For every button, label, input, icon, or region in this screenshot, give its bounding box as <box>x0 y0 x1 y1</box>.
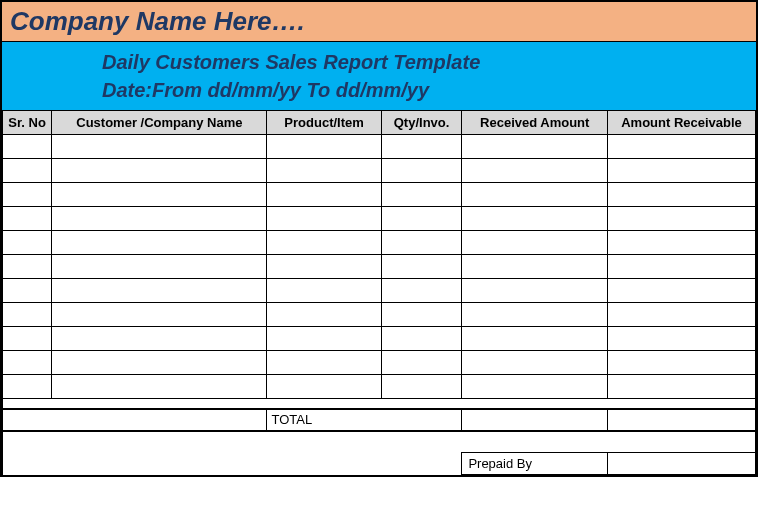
col-customer: Customer /Company Name <box>52 111 267 135</box>
cell-received[interactable] <box>462 279 608 303</box>
prepaid-row: Prepaid By <box>3 453 756 475</box>
cell-product[interactable] <box>267 231 381 255</box>
cell-customer[interactable] <box>52 351 267 375</box>
cell-customer[interactable] <box>52 375 267 399</box>
cell-sr[interactable] <box>3 303 52 327</box>
cell-received[interactable] <box>462 207 608 231</box>
cell-qty[interactable] <box>381 135 462 159</box>
cell-sr[interactable] <box>3 135 52 159</box>
cell-receivable[interactable] <box>608 135 756 159</box>
cell-received[interactable] <box>462 255 608 279</box>
col-product: Product/Item <box>267 111 381 135</box>
cell-received[interactable] <box>462 159 608 183</box>
cell-product[interactable] <box>267 303 381 327</box>
table-row <box>3 303 756 327</box>
cell-customer[interactable] <box>52 159 267 183</box>
cell-customer[interactable] <box>52 327 267 351</box>
cell-sr[interactable] <box>3 279 52 303</box>
table-row <box>3 183 756 207</box>
table-row <box>3 207 756 231</box>
table-row <box>3 159 756 183</box>
table-row <box>3 375 756 399</box>
report-title: Daily Customers Sales Report Template <box>102 48 756 76</box>
cell-product[interactable] <box>267 159 381 183</box>
cell-customer[interactable] <box>52 183 267 207</box>
table-row <box>3 135 756 159</box>
table-row <box>3 231 756 255</box>
cell-product[interactable] <box>267 279 381 303</box>
spacer-row <box>3 399 756 409</box>
cell-receivable[interactable] <box>608 207 756 231</box>
cell-qty[interactable] <box>381 159 462 183</box>
cell-receivable[interactable] <box>608 303 756 327</box>
col-sr-no: Sr. No <box>3 111 52 135</box>
gap-row <box>3 431 756 453</box>
cell-customer[interactable] <box>52 207 267 231</box>
cell-product[interactable] <box>267 351 381 375</box>
total-empty <box>52 409 267 431</box>
cell-product[interactable] <box>267 183 381 207</box>
cell-customer[interactable] <box>52 255 267 279</box>
cell-customer[interactable] <box>52 279 267 303</box>
total-empty <box>3 409 52 431</box>
cell-receivable[interactable] <box>608 231 756 255</box>
cell-sr[interactable] <box>3 183 52 207</box>
table-header-row: Sr. No Customer /Company Name Product/It… <box>3 111 756 135</box>
report-date-range: Date:From dd/mm/yy To dd/mm/yy <box>102 76 756 104</box>
prepaid-value <box>608 453 756 475</box>
cell-receivable[interactable] <box>608 327 756 351</box>
cell-product[interactable] <box>267 135 381 159</box>
total-label: TOTAL <box>267 409 381 431</box>
cell-customer[interactable] <box>52 303 267 327</box>
prepaid-spacer <box>3 453 462 475</box>
cell-qty[interactable] <box>381 183 462 207</box>
cell-sr[interactable] <box>3 351 52 375</box>
company-name-header: Company Name Here…. <box>2 2 756 42</box>
total-received <box>462 409 608 431</box>
cell-qty[interactable] <box>381 255 462 279</box>
cell-sr[interactable] <box>3 255 52 279</box>
cell-sr[interactable] <box>3 375 52 399</box>
total-qty <box>381 409 462 431</box>
cell-qty[interactable] <box>381 375 462 399</box>
cell-customer[interactable] <box>52 231 267 255</box>
cell-received[interactable] <box>462 231 608 255</box>
report-container: Company Name Here…. Daily Customers Sale… <box>0 0 758 477</box>
cell-receivable[interactable] <box>608 255 756 279</box>
cell-received[interactable] <box>462 303 608 327</box>
cell-receivable[interactable] <box>608 279 756 303</box>
cell-received[interactable] <box>462 327 608 351</box>
prepaid-label: Prepaid By <box>462 453 608 475</box>
cell-product[interactable] <box>267 207 381 231</box>
total-receivable <box>608 409 756 431</box>
cell-customer[interactable] <box>52 135 267 159</box>
cell-sr[interactable] <box>3 207 52 231</box>
cell-received[interactable] <box>462 135 608 159</box>
col-qty: Qty/Invo. <box>381 111 462 135</box>
cell-sr[interactable] <box>3 327 52 351</box>
cell-qty[interactable] <box>381 303 462 327</box>
cell-qty[interactable] <box>381 231 462 255</box>
sales-table: Sr. No Customer /Company Name Product/It… <box>2 110 756 475</box>
cell-qty[interactable] <box>381 351 462 375</box>
cell-receivable[interactable] <box>608 159 756 183</box>
cell-product[interactable] <box>267 255 381 279</box>
col-received: Received Amount <box>462 111 608 135</box>
cell-qty[interactable] <box>381 327 462 351</box>
cell-receivable[interactable] <box>608 183 756 207</box>
report-header: Daily Customers Sales Report Template Da… <box>2 42 756 110</box>
cell-receivable[interactable] <box>608 351 756 375</box>
cell-product[interactable] <box>267 375 381 399</box>
cell-receivable[interactable] <box>608 375 756 399</box>
cell-sr[interactable] <box>3 231 52 255</box>
table-row <box>3 255 756 279</box>
cell-qty[interactable] <box>381 279 462 303</box>
cell-qty[interactable] <box>381 207 462 231</box>
col-receivable: Amount Receivable <box>608 111 756 135</box>
table-row <box>3 279 756 303</box>
cell-received[interactable] <box>462 183 608 207</box>
cell-sr[interactable] <box>3 159 52 183</box>
cell-product[interactable] <box>267 327 381 351</box>
cell-received[interactable] <box>462 375 608 399</box>
cell-received[interactable] <box>462 351 608 375</box>
